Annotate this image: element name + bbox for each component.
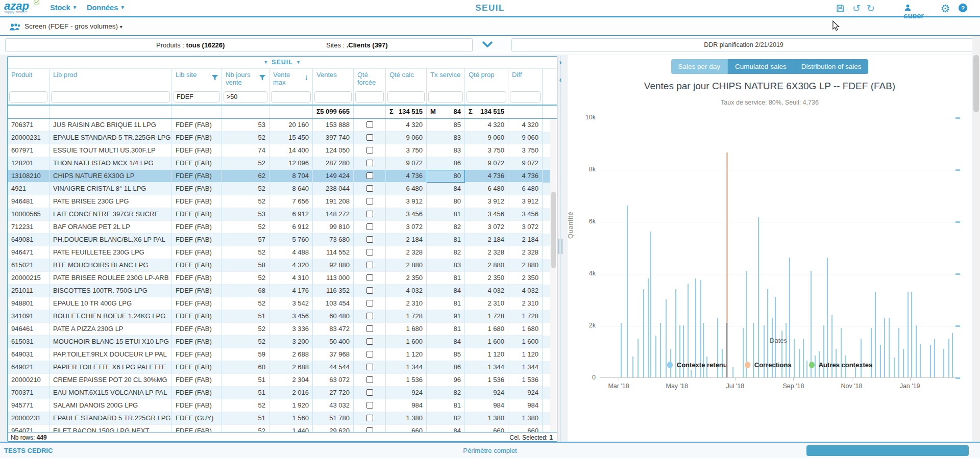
cell-qte_calc[interactable]: 9 072 [386, 157, 427, 170]
cell-nb_jours[interactable]: 51 [222, 310, 270, 323]
grid-scrollbar-thumb[interactable] [551, 192, 556, 268]
table-row[interactable]: 13108210CHIPS NATURE 6X30G LPFDEF (FAB)6… [8, 170, 557, 183]
bar-contexte-retenu[interactable] [660, 323, 661, 377]
qty-forced-checkbox[interactable] [366, 338, 373, 345]
bar-contexte-retenu[interactable] [758, 217, 759, 377]
cell-lib_site[interactable]: FDEF (FAB) [172, 234, 222, 246]
cell-lib_site[interactable]: FDEF (FAB) [172, 374, 222, 387]
help-icon[interactable]: ? [957, 3, 969, 14]
filter-input-lib_site[interactable] [174, 91, 220, 103]
cell-nb_jours[interactable]: 52 [222, 132, 270, 144]
table-row[interactable]: 700371EAU MONT.6X1L5 VOLCANIA LP PALFDEF… [8, 387, 557, 399]
cell-vente_max[interactable]: 2 688 [270, 348, 313, 361]
cell-nb_jours[interactable]: 51 [222, 374, 270, 387]
cell-lib_prod[interactable]: PATE BRISEE 230G LPG [50, 195, 172, 208]
cell-diff[interactable]: 2 880 [508, 259, 543, 272]
cell-qte_calc[interactable]: 3 456 [386, 208, 427, 221]
cell-lib_site[interactable]: FDEF (FAB) [172, 387, 222, 399]
cell-qte_prop[interactable]: 9 060 [465, 132, 508, 144]
cell-tx_service[interactable]: 81 [427, 272, 465, 285]
cell-diff[interactable]: 2 328 [508, 246, 543, 259]
bar-contexte-retenu[interactable] [679, 325, 680, 377]
cell-ventes[interactable]: 51 780 [313, 412, 354, 425]
cell-lib_prod[interactable]: PAPIER TOILETTE X6 LPG PALETTE [50, 361, 172, 374]
filter-input-ventes[interactable] [314, 91, 352, 103]
cell-qte_forcee[interactable] [354, 144, 386, 157]
cell-lib_prod[interactable]: BISCOTTES 100TR. 750G LPG [50, 285, 172, 297]
cell-vente_max[interactable]: 4 320 [270, 259, 313, 272]
cell-vente_max[interactable]: 2 304 [270, 374, 313, 387]
qty-forced-checkbox[interactable] [366, 262, 373, 268]
splitter-grip[interactable] [558, 239, 562, 254]
cell-qte_prop[interactable]: 9 072 [465, 157, 508, 170]
cell-vente_max[interactable]: 5 760 [270, 234, 313, 246]
cell-produit[interactable]: 20000210 [8, 374, 50, 387]
bar-contexte-retenu[interactable] [650, 232, 651, 377]
column-header-qte_calc[interactable]: Qté calc [386, 69, 427, 90]
cell-produit[interactable]: 649021 [8, 361, 50, 374]
cell-qte_calc[interactable]: 2 350 [386, 272, 427, 285]
cell-qte_prop[interactable]: 1 120 [465, 348, 508, 361]
cell-qte_forcee[interactable] [354, 387, 386, 399]
cell-nb_jours[interactable]: 51 [222, 412, 270, 425]
cell-vente_max[interactable]: 3 336 [270, 323, 313, 336]
table-row[interactable]: 712231BAF ORANGE PET 2L LPFDEF (FAB)526 … [8, 221, 557, 234]
cell-tx_service[interactable]: 81 [427, 323, 465, 336]
expand-scope-button[interactable] [482, 40, 493, 49]
bar-contexte-retenu[interactable] [789, 258, 790, 377]
cell-qte_prop[interactable]: 4 320 [465, 119, 508, 132]
cell-qte_calc[interactable]: 1 120 [386, 348, 427, 361]
cell-lib_prod[interactable]: BTE MOUCHOIRS BLANC LPG [50, 259, 172, 272]
cell-qte_prop[interactable]: 1 344 [465, 361, 508, 374]
cell-qte_prop[interactable]: 2 184 [465, 234, 508, 246]
cell-tx_service[interactable]: 84 [427, 425, 465, 432]
cell-qte_forcee[interactable] [354, 246, 386, 259]
cell-qte_forcee[interactable] [354, 170, 386, 183]
cell-qte_forcee[interactable] [354, 399, 386, 412]
cell-qte_forcee[interactable] [354, 285, 386, 297]
bar-contexte-retenu[interactable] [841, 328, 842, 377]
table-row[interactable]: 706371JUS RAISIN ABC BRIQUE 1L LPGFDEF (… [8, 119, 557, 132]
table-row[interactable]: 251011BISCOTTES 100TR. 750G LPGFDEF (FAB… [8, 285, 557, 297]
table-row[interactable]: 4921VINAIGRE CRISTAL 8° 1L LPGFDEF (FAB)… [8, 183, 557, 195]
column-header-produit[interactable]: Produit [8, 69, 50, 90]
table-row[interactable]: 946481PATE BRISEE 230G LPGFDEF (FAB)527 … [8, 195, 557, 208]
bar-contexte-retenu[interactable] [898, 328, 899, 377]
cell-diff[interactable]: 4 032 [508, 285, 543, 297]
column-header-tx_service[interactable]: Tx service [427, 69, 465, 90]
cell-qte_calc[interactable]: 3 072 [386, 221, 427, 234]
bar-marker[interactable] [726, 323, 727, 377]
cell-qte_forcee[interactable] [354, 259, 386, 272]
cell-diff[interactable]: 1 536 [508, 374, 543, 387]
bar-contexte-retenu[interactable] [871, 328, 872, 377]
cell-ventes[interactable]: 124 050 [313, 144, 354, 157]
cell-vente_max[interactable]: 1 560 [270, 412, 313, 425]
cell-qte_prop[interactable]: 2 310 [465, 297, 508, 310]
qty-forced-checkbox[interactable] [366, 160, 373, 166]
cell-lib_prod[interactable]: MOUCHOIR BLANC 15 ETUI X10 LPG [50, 336, 172, 348]
qty-forced-checkbox[interactable] [366, 364, 373, 370]
cell-tx_service[interactable]: 96 [427, 374, 465, 387]
cell-diff[interactable]: 984 [508, 399, 543, 412]
cell-qte_forcee[interactable] [354, 208, 386, 221]
collapse-right-icon[interactable]: › [557, 58, 564, 67]
cell-produit[interactable]: 10000565 [8, 208, 50, 221]
cell-vente_max[interactable]: 3 542 [270, 297, 313, 310]
cell-ventes[interactable]: 99 810 [313, 221, 354, 234]
cell-qte_prop[interactable]: 3 072 [465, 221, 508, 234]
cell-diff[interactable]: 1 600 [508, 336, 543, 348]
cell-qte_forcee[interactable] [354, 310, 386, 323]
filter-funnel-icon[interactable] [259, 75, 265, 81]
products-scope[interactable]: Produits : tous (16226) [156, 41, 225, 49]
table-row[interactable]: 20000231EPAULE STANDARD 5 TR.225GR LPGFD… [8, 412, 557, 425]
cell-ventes[interactable]: 114 552 [313, 246, 354, 259]
cell-vente_max[interactable]: 15 450 [270, 132, 313, 144]
table-row[interactable]: 20000231EPAULE STANDARD 5 TR.225GR LPGFD… [8, 132, 557, 144]
cell-ventes[interactable]: 44 544 [313, 361, 354, 374]
cell-qte_calc[interactable]: 660 [386, 425, 427, 432]
cell-nb_jours[interactable]: 52 [222, 297, 270, 310]
column-header-nb_jours[interactable]: Nb jours vente [222, 69, 270, 90]
cell-qte_calc[interactable]: 2 880 [386, 259, 427, 272]
cell-lib_prod[interactable]: EPAULE 10 TR 400G LPG [50, 297, 172, 310]
cell-qte_forcee[interactable] [354, 157, 386, 170]
